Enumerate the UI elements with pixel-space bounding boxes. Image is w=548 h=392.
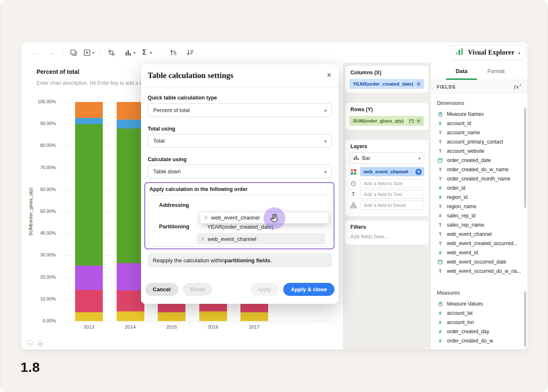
field-row[interactable]: #account_lat	[431, 308, 527, 318]
field-row[interactable]: Tweb_event_occurred_do_w_na...	[431, 267, 527, 276]
chart-type-chevron-icon[interactable]	[133, 50, 136, 55]
filters-dropzone[interactable]: Add fields here...	[350, 234, 388, 240]
product-switcher[interactable]: Visual Explorer	[449, 45, 526, 60]
bar-segment[interactable]	[240, 312, 268, 321]
add-field-to-size[interactable]: Add a field to Size	[360, 179, 424, 188]
chart-type-icon[interactable]	[123, 48, 133, 57]
field-row[interactable]: Taccount_primary_contact	[431, 137, 527, 146]
pill-chevron-icon[interactable]	[415, 118, 422, 124]
partitioning-label: Partitioning	[159, 223, 189, 230]
text-field-icon: T	[437, 232, 444, 237]
forward-arrow-icon[interactable]	[47, 48, 57, 57]
bar-segment[interactable]	[75, 124, 103, 266]
clear-chart-icon[interactable]	[82, 48, 91, 57]
bar-segment[interactable]	[75, 266, 103, 290]
stacked-bar[interactable]	[75, 102, 103, 321]
sort-descending-icon[interactable]	[185, 48, 195, 57]
field-row[interactable]: Taccount_name	[431, 128, 527, 137]
duplicate-chart-icon[interactable]	[69, 48, 78, 57]
partitioning-field-2[interactable]: web_event_channel	[197, 233, 325, 245]
bar-segment[interactable]	[117, 290, 144, 311]
field-name: Measure Names	[447, 111, 484, 117]
chart-title[interactable]: Percent of total	[37, 68, 79, 75]
field-row[interactable]: Taccount_website	[431, 146, 527, 156]
bar-segment[interactable]	[117, 102, 144, 120]
aggregate-sigma-icon[interactable]	[140, 48, 149, 57]
back-arrow-icon[interactable]	[31, 48, 40, 57]
tab-data[interactable]: Data	[446, 68, 477, 74]
field-row[interactable]: Tweb_event_created_occurred...	[431, 239, 527, 248]
apply-and-close-button[interactable]: Apply & close	[283, 283, 334, 296]
add-field-to-detail[interactable]: Add a field to Detail	[360, 201, 424, 210]
mark-type-select[interactable]: Bar	[350, 152, 424, 164]
field-row[interactable]: Measure Names	[431, 110, 527, 119]
pill-chevron-icon[interactable]	[415, 81, 422, 87]
dragged-field-row[interactable]: web_event_channel	[200, 212, 329, 224]
number-field-icon: #	[437, 338, 444, 343]
stacked-bar[interactable]	[117, 102, 144, 321]
measures-scrollbar[interactable]	[524, 291, 526, 347]
color-field-pill[interactable]: web_event_channel	[360, 167, 424, 176]
field-row[interactable]: web_event_occurred_date	[431, 257, 527, 267]
field-row[interactable]: Torder_created_do_w_name	[431, 165, 527, 174]
field-row[interactable]: #region_id	[431, 193, 527, 202]
field-row[interactable]: #order_id	[431, 183, 527, 193]
columns-field-pill[interactable]: YEAR(order_created_date)	[350, 79, 424, 89]
aggregate-chevron-icon[interactable]	[150, 50, 152, 55]
bar-segment[interactable]	[75, 290, 103, 312]
bar-segment[interactable]	[199, 311, 227, 321]
bar-segment[interactable]	[117, 311, 144, 321]
field-row[interactable]: #account_lon	[431, 318, 527, 327]
quick-calc-select[interactable]: Percent of total	[148, 103, 332, 117]
bar-segment[interactable]	[75, 118, 103, 124]
field-row[interactable]: #sales_rep_id	[431, 211, 527, 220]
bar-segment[interactable]	[158, 312, 185, 321]
field-row[interactable]: #order_created_do_w	[431, 336, 527, 345]
zoom-in-button[interactable]: +	[37, 340, 43, 347]
chart-actions-chevron-icon[interactable]	[92, 50, 94, 55]
pill-chevron-icon[interactable]	[415, 169, 422, 175]
field-row[interactable]: Tweb_event_channel	[431, 230, 527, 239]
total-using-select[interactable]: Total	[148, 134, 332, 148]
bar-segment[interactable]	[117, 120, 144, 128]
tab-format[interactable]: Format	[481, 68, 511, 74]
bar-segment[interactable]	[117, 128, 144, 263]
field-row[interactable]: #web_event_id	[431, 248, 527, 257]
rows-field-pill[interactable]: SUM(order_gloss_qty) [*]	[350, 116, 424, 126]
shelf-panel: Columns (X) YEAR(order_created_date) Row…	[343, 63, 431, 350]
chart-description[interactable]: Enter chart description. Hit Enter key t…	[37, 80, 142, 86]
close-icon[interactable]	[325, 71, 333, 79]
layers-label: Layers	[350, 144, 367, 149]
field-name: account_id	[447, 120, 471, 126]
drag-handle-icon[interactable]	[204, 214, 208, 221]
reapply-bold-text: partitioning fields	[224, 257, 270, 264]
drag-handle-icon[interactable]	[201, 236, 204, 242]
field-row[interactable]: order_created_date	[431, 156, 527, 165]
calculate-using-select[interactable]: Table down	[148, 165, 332, 178]
crop-icon[interactable]	[107, 48, 116, 57]
field-row[interactable]: #order_created_day	[431, 327, 527, 336]
field-name: region_name	[447, 204, 476, 209]
text-field-icon: T	[437, 204, 444, 209]
partitioning-field-1[interactable]: YEAR(order_created_date)	[207, 224, 274, 230]
apply-button[interactable]: Apply	[250, 283, 279, 296]
field-row[interactable]: #account_id	[431, 119, 527, 128]
field-row[interactable]: Measure Values	[431, 299, 527, 308]
reset-button[interactable]: Reset	[183, 283, 212, 296]
bar-segment[interactable]	[117, 263, 144, 290]
bar-segment[interactable]	[75, 102, 103, 118]
dimensions-scrollbar[interactable]	[524, 108, 526, 208]
toolbar-divider	[100, 48, 101, 57]
add-calculation-icon[interactable]: ƒx+	[514, 83, 522, 90]
field-row[interactable]: Tregion_name	[431, 202, 527, 211]
bar-segment[interactable]	[75, 312, 103, 321]
text-field-icon: T	[437, 241, 444, 246]
detail-encoding-row: Add a field to Detail	[350, 200, 424, 210]
add-field-to-text[interactable]: Add a field to Text	[360, 190, 424, 199]
columns-field-name: YEAR(order_created_date)	[353, 81, 413, 86]
sort-ascending-icon[interactable]	[169, 48, 178, 57]
zoom-out-button[interactable]: −	[27, 340, 33, 347]
cancel-button[interactable]: Cancel	[145, 283, 178, 296]
field-row[interactable]: Torder_created_month_name	[431, 174, 527, 183]
field-row[interactable]: Tsales_rep_name	[431, 220, 527, 230]
